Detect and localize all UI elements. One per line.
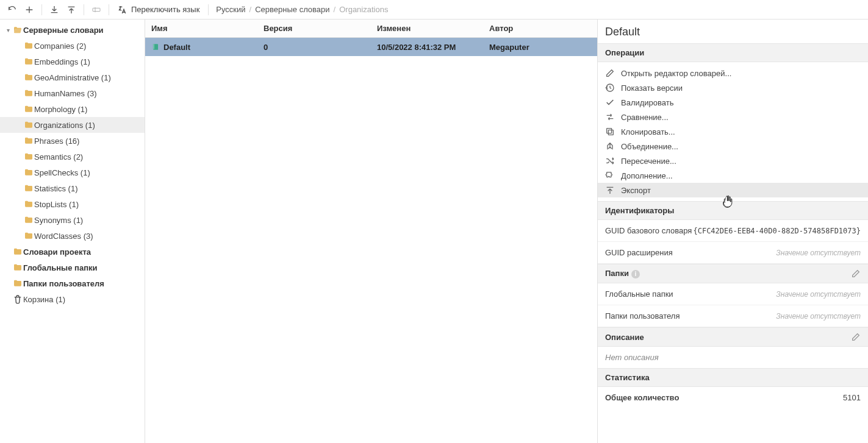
upload-button[interactable] (63, 1, 80, 18)
sidebar-item-label: Папки пользователя (23, 279, 104, 288)
sidebar-item-label: Statistics (1) (34, 184, 78, 193)
sidebar-item-stoplists[interactable]: StopLists (1) (0, 196, 145, 212)
sidebar-item[interactable]: Глобальные папки (0, 260, 145, 275)
sidebar-item-semantics[interactable]: Semantics (2) (0, 149, 145, 165)
cell-name: Default (145, 43, 257, 52)
row-ext-guid: GUID расширения Значение отсутствует (598, 242, 868, 264)
refresh-button[interactable] (4, 1, 21, 18)
folder-icon (13, 263, 23, 272)
folder-icon (24, 57, 34, 66)
sidebar-item-label: SpellChecks (1) (34, 168, 90, 177)
row-global-folders: Глобальные папки Значение отсутствует (598, 283, 868, 305)
operation-label: Пересечение... (621, 157, 676, 166)
sidebar-item-embeddings[interactable]: Embeddings (1) (0, 54, 145, 69)
sidebar-item-label: Embeddings (1) (34, 57, 90, 66)
section-ids: Идентификаторы (598, 201, 868, 220)
operation-shuffle[interactable]: Пересечение... (598, 154, 868, 168)
plus-icon (24, 5, 34, 15)
operation-upload[interactable]: Экспорт (598, 183, 868, 197)
dictionary-icon (151, 43, 160, 51)
tree-root-server-dicts[interactable]: ▾ Серверные словари (0, 22, 145, 38)
operation-puzzle[interactable]: Дополнение... (598, 168, 868, 183)
operation-compare[interactable]: Сравнение... (598, 110, 868, 124)
folder-icon (24, 120, 34, 130)
merge-icon (605, 141, 615, 151)
col-header-author[interactable]: Автор (483, 24, 597, 33)
global-folders-value: Значение отсутствует (776, 290, 861, 299)
folder-open-icon (13, 25, 23, 35)
table-row[interactable]: Default 0 10/5/2022 8:41:32 PM Megaputer (145, 38, 597, 56)
rename-button[interactable] (88, 1, 105, 18)
add-button[interactable] (21, 1, 38, 18)
operation-pencil[interactable]: Открыть редактор словарей... (598, 66, 868, 80)
edit-folders-button[interactable] (851, 269, 861, 278)
folder-icon (24, 215, 34, 225)
sidebar-item-label: Synonyms (1) (34, 216, 83, 225)
sidebar-item-wordclasses[interactable]: WordClasses (3) (0, 228, 145, 244)
folder-icon (24, 104, 34, 114)
tree-trash-label: Корзина (1) (23, 295, 65, 304)
base-guid-label: GUID базового словаря (605, 226, 692, 235)
switch-language-button[interactable]: Переключить язык (113, 1, 204, 18)
section-folders: Папкиi (598, 264, 868, 283)
sidebar-item-label: HumanNames (3) (34, 89, 97, 98)
pencil-icon (851, 269, 861, 278)
cell-modified: 10/5/2022 8:41:32 PM (371, 43, 483, 52)
folder-icon (13, 278, 23, 288)
sidebar-item-geoadministrative[interactable]: GeoAdministrative (1) (0, 69, 145, 85)
breadcrumb-root[interactable]: Русский (216, 5, 245, 14)
user-folders-label: Папки пользователя (605, 311, 680, 321)
sidebar-item-label: GeoAdministrative (1) (34, 73, 111, 82)
puzzle-icon (605, 171, 615, 180)
col-header-name[interactable]: Имя (145, 24, 257, 33)
row-base-guid: GUID базового словаря {CFC42DE6-EEB4-40D… (598, 220, 868, 242)
operation-label: Валидировать (621, 98, 674, 107)
history-icon (605, 83, 615, 93)
sidebar-item-phrases[interactable]: Phrases (16) (0, 133, 145, 149)
operation-check[interactable]: Валидировать (598, 95, 868, 110)
folder-icon (24, 231, 34, 241)
col-header-modified[interactable]: Изменен (371, 24, 483, 33)
description-empty: Нет описания (598, 347, 868, 368)
sidebar-item-organizations[interactable]: Organizations (1) (0, 117, 145, 133)
ext-guid-value: Значение отсутствует (776, 249, 861, 257)
separator (208, 4, 209, 15)
breadcrumb-parent[interactable]: Серверные словари (255, 5, 329, 14)
sidebar-item-companies[interactable]: Companies (2) (0, 38, 145, 54)
separator (41, 4, 42, 15)
operation-label: Показать версии (621, 83, 683, 93)
cell-version: 0 (257, 43, 371, 52)
sidebar-item-spellchecks[interactable]: SpellChecks (1) (0, 165, 145, 180)
sidebar-item-morphology[interactable]: Morphology (1) (0, 101, 145, 117)
sidebar-item-synonyms[interactable]: Synonyms (1) (0, 212, 145, 228)
edit-description-button[interactable] (851, 332, 861, 342)
sidebar-item-humannames[interactable]: HumanNames (3) (0, 85, 145, 101)
operation-copy[interactable]: Клонировать... (598, 124, 868, 139)
sidebar-item-label: WordClasses (3) (34, 232, 93, 241)
shuffle-icon (605, 156, 615, 166)
check-icon (605, 97, 615, 107)
language-icon (118, 5, 127, 15)
download-button[interactable] (46, 1, 63, 18)
section-stats: Статистика (598, 368, 868, 387)
operation-merge[interactable]: Объединение... (598, 139, 868, 154)
sidebar-item[interactable]: Папки пользователя (0, 275, 145, 291)
folder-icon (24, 152, 34, 161)
row-user-folders: Папки пользователя Значение отсутствует (598, 305, 868, 327)
sidebar-item-statistics[interactable]: Statistics (1) (0, 180, 145, 196)
folder-icon (24, 41, 34, 51)
sidebar: ▾ Серверные словари Companies (2) Embedd… (0, 19, 145, 443)
breadcrumb: Русский / Серверные словари / Organizati… (212, 5, 388, 14)
col-header-version[interactable]: Версия (257, 24, 371, 33)
refresh-icon (7, 5, 17, 15)
user-folders-value: Значение отсутствует (776, 312, 861, 321)
pencil-icon (851, 332, 861, 342)
chevron-down-icon[interactable]: ▾ (4, 27, 12, 34)
operation-history[interactable]: Показать версии (598, 80, 868, 95)
tree-trash[interactable]: Корзина (1) (0, 291, 145, 307)
sidebar-item[interactable]: Словари проекта (0, 244, 145, 260)
section-stats-label: Статистика (605, 373, 650, 382)
sidebar-item-label: Словари проекта (23, 247, 91, 257)
total-count-value: 5101 (843, 393, 861, 402)
info-icon[interactable]: i (631, 270, 640, 278)
